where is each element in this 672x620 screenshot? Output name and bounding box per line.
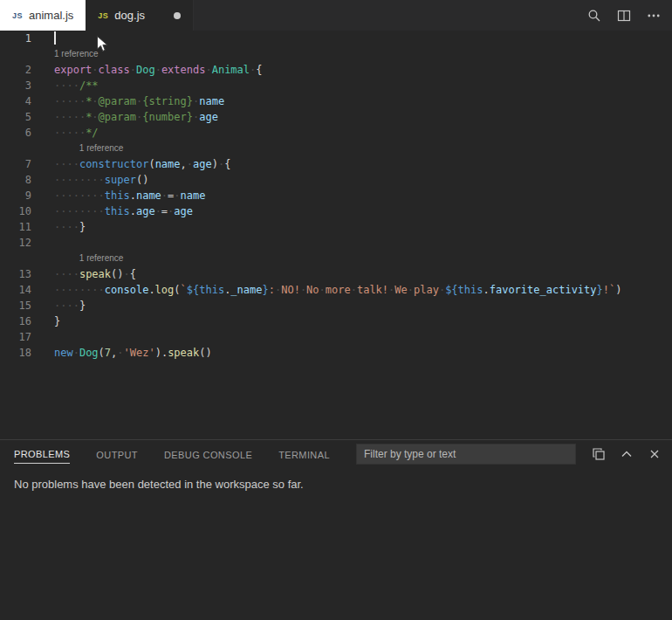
code-text[interactable]: ········this.age·=·age bbox=[42, 203, 672, 219]
line-number[interactable]: 12 bbox=[0, 235, 42, 251]
code-token: () bbox=[199, 347, 211, 359]
code-token: ····· bbox=[54, 111, 86, 123]
code-text[interactable]: ········super() bbox=[42, 172, 672, 188]
code-text[interactable] bbox=[42, 31, 672, 46]
line-number[interactable]: 17 bbox=[0, 329, 42, 345]
unsaved-indicator-dot[interactable] bbox=[174, 12, 181, 19]
code-text[interactable]: ····speak()·{ bbox=[42, 266, 672, 282]
code-text[interactable]: ········this.name·=·name bbox=[42, 188, 672, 203]
code-row: 7····constructor(name,·age)·{ bbox=[0, 156, 672, 172]
code-token: ····· bbox=[54, 95, 86, 107]
code-text[interactable]: ·····*·@param·{number}·age bbox=[42, 109, 672, 125]
code-token: · bbox=[155, 205, 161, 217]
tab-label: animal.js bbox=[29, 9, 73, 22]
code-token: ( bbox=[148, 158, 154, 170]
code-token: _name bbox=[230, 284, 262, 296]
line-number[interactable]: 4 bbox=[0, 93, 42, 109]
code-row: 1 bbox=[0, 31, 672, 46]
code-text[interactable]: ····} bbox=[42, 298, 672, 313]
code-editor[interactable]: 11 reference2export·class·Dog·extends·An… bbox=[0, 31, 672, 439]
code-text[interactable]: ·····*/ bbox=[42, 125, 672, 141]
line-number[interactable]: 15 bbox=[0, 298, 42, 313]
code-text[interactable] bbox=[42, 235, 672, 251]
code-token: log bbox=[155, 284, 175, 296]
code-token: · bbox=[92, 111, 98, 123]
line-number[interactable] bbox=[0, 141, 42, 156]
code-token: = bbox=[161, 205, 168, 217]
code-row: 14········console.log(`${this._name}:·NO… bbox=[0, 282, 672, 298]
code-token: } bbox=[597, 284, 603, 296]
code-token: name bbox=[181, 189, 206, 202]
chevron-up-icon[interactable] bbox=[620, 447, 634, 461]
code-token: NO! bbox=[281, 284, 300, 296]
code-token: @param bbox=[99, 111, 136, 123]
line-number[interactable] bbox=[0, 251, 42, 266]
code-token: } bbox=[54, 315, 60, 327]
line-number[interactable]: 16 bbox=[0, 313, 42, 329]
code-text[interactable]: } bbox=[42, 313, 672, 329]
line-number[interactable]: 18 bbox=[0, 345, 42, 361]
tab-terminal[interactable]: TERMINAL bbox=[278, 445, 330, 464]
code-text[interactable]: ····constructor(name,·age)·{ bbox=[42, 156, 672, 172]
code-token: name bbox=[136, 189, 161, 202]
tab-output[interactable]: OUTPUT bbox=[96, 445, 138, 464]
line-number[interactable]: 7 bbox=[0, 156, 42, 172]
tab-label: dog.js bbox=[114, 9, 145, 22]
line-number[interactable]: 6 bbox=[0, 125, 42, 141]
code-text[interactable]: ····} bbox=[42, 219, 672, 235]
code-token: ···· bbox=[54, 300, 79, 312]
code-token: Dog bbox=[136, 64, 155, 76]
code-text[interactable]: export·class·Dog·extends·Animal·{ bbox=[42, 62, 672, 78]
line-number[interactable]: 13 bbox=[0, 266, 42, 282]
code-row: 8········super() bbox=[0, 172, 672, 188]
line-number[interactable]: 10 bbox=[0, 203, 42, 219]
line-number[interactable]: 5 bbox=[0, 109, 42, 125]
code-token: this bbox=[199, 284, 224, 296]
code-token: No bbox=[306, 284, 319, 296]
code-token: · bbox=[187, 158, 193, 170]
problems-filter-input[interactable] bbox=[356, 444, 576, 465]
code-token: ···· bbox=[54, 158, 79, 170]
code-text[interactable]: ·····*·@param·{string}·name bbox=[42, 93, 672, 109]
code-text[interactable]: ····/** bbox=[42, 78, 672, 93]
codelens-link[interactable]: 1 reference bbox=[42, 141, 672, 156]
code-row: 10········this.age·=·age bbox=[0, 203, 672, 219]
line-number[interactable]: 11 bbox=[0, 219, 42, 235]
code-row: 16} bbox=[0, 313, 672, 329]
line-number[interactable]: 14 bbox=[0, 282, 42, 298]
code-text[interactable]: ········console.log(`${this._name}:·NO!·… bbox=[42, 282, 672, 298]
overlapping-windows-icon[interactable] bbox=[592, 447, 606, 461]
line-number[interactable]: 8 bbox=[0, 172, 42, 188]
search-icon[interactable] bbox=[587, 9, 601, 23]
code-text[interactable]: new·Dog(7,·'Wez').speak() bbox=[42, 345, 672, 361]
line-number[interactable]: 9 bbox=[0, 188, 42, 203]
code-row: 5·····*·@param·{number}·age bbox=[0, 109, 672, 125]
line-number[interactable]: 1 bbox=[0, 31, 42, 46]
codelens-link[interactable]: 1 reference bbox=[42, 251, 672, 266]
code-token: ! bbox=[603, 284, 609, 296]
line-number[interactable]: 2 bbox=[0, 62, 42, 78]
tab-debug-console[interactable]: DEBUG CONSOLE bbox=[164, 445, 252, 464]
code-token: ····· bbox=[54, 127, 86, 139]
code-token: Dog bbox=[79, 347, 99, 359]
code-token: /** bbox=[79, 79, 99, 92]
split-editor-icon[interactable] bbox=[617, 9, 631, 23]
line-number[interactable] bbox=[0, 46, 42, 62]
code-token: constructor bbox=[79, 158, 148, 170]
more-actions-icon[interactable] bbox=[647, 9, 661, 23]
code-token: ) bbox=[155, 347, 161, 359]
editor-tab-bar: JS animal.js JS dog.js bbox=[0, 0, 672, 31]
code-token: name bbox=[155, 158, 181, 170]
code-token: new bbox=[54, 347, 73, 359]
tab-dog-js[interactable]: JS dog.js bbox=[86, 0, 194, 31]
js-file-icon: JS bbox=[12, 11, 23, 20]
code-token: () bbox=[136, 174, 148, 186]
tab-problems[interactable]: PROBLEMS bbox=[14, 444, 70, 464]
codelens-link[interactable]: 1 reference bbox=[42, 46, 672, 62]
close-icon[interactable] bbox=[648, 447, 662, 461]
code-text[interactable] bbox=[42, 329, 672, 345]
code-token: · bbox=[123, 268, 129, 280]
tab-animal-js[interactable]: JS animal.js bbox=[0, 0, 86, 31]
line-number[interactable]: 3 bbox=[0, 78, 42, 93]
code-token: . bbox=[130, 189, 136, 202]
